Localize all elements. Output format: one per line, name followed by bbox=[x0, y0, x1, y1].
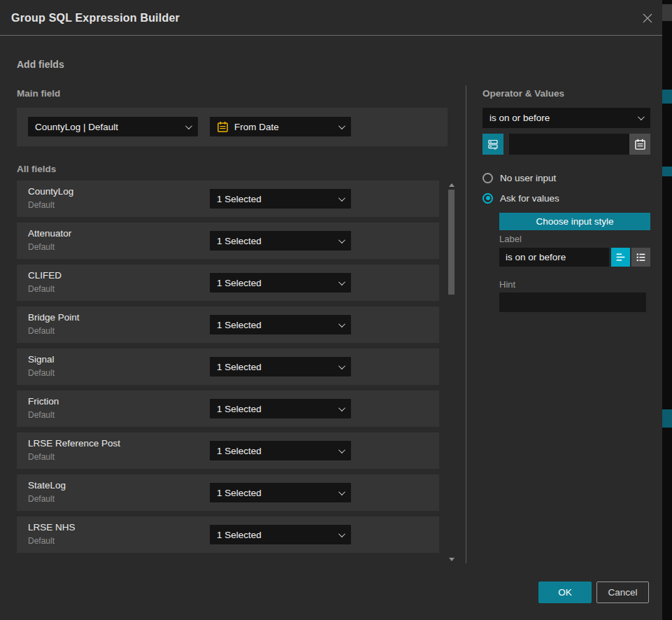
field-name: LRSE NHS bbox=[28, 522, 76, 533]
radio-no-user-input-label: No user input bbox=[500, 173, 556, 183]
field-subtitle: Default bbox=[28, 410, 55, 420]
ok-button[interactable]: OK bbox=[538, 582, 592, 603]
bulleted-list-icon bbox=[635, 251, 647, 263]
close-button[interactable] bbox=[640, 10, 655, 26]
scroll-down-arrow-icon[interactable] bbox=[449, 558, 455, 561]
field-subtitle: Default bbox=[28, 284, 55, 294]
main-field-dropdown[interactable]: From Date bbox=[210, 117, 351, 136]
field-selected-value: 1 Selected bbox=[217, 278, 262, 288]
chevron-down-icon bbox=[338, 404, 345, 411]
hint-input[interactable] bbox=[499, 293, 646, 312]
field-selected-dropdown[interactable]: 1 Selected bbox=[210, 483, 351, 502]
background-fragment bbox=[662, 167, 672, 176]
field-selected-value: 1 Selected bbox=[217, 530, 262, 540]
field-selected-dropdown[interactable]: 1 Selected bbox=[210, 525, 351, 544]
operator-values-heading: Operator & Values bbox=[482, 88, 564, 99]
field-selected-dropdown[interactable]: 1 Selected bbox=[210, 441, 351, 460]
list-scrollbar[interactable] bbox=[448, 181, 455, 564]
label-input[interactable] bbox=[499, 248, 609, 267]
dialog-titlebar: Group SQL Expression Builder bbox=[0, 0, 662, 36]
field-row: LRSE NHS Default 1 Selected bbox=[17, 516, 439, 553]
scrollbar-thumb[interactable] bbox=[448, 190, 455, 295]
background-fragment bbox=[662, 90, 672, 104]
field-name: CLIFED bbox=[28, 270, 62, 281]
main-field-panel: CountyLog | Default From Date bbox=[17, 108, 448, 146]
field-subtitle: Default bbox=[28, 200, 55, 210]
chevron-down-icon bbox=[338, 320, 345, 327]
main-dataset-dropdown-value: CountyLog | Default bbox=[35, 122, 118, 132]
chevron-down-icon bbox=[338, 195, 345, 202]
value-row bbox=[482, 134, 650, 155]
choose-input-style-button[interactable]: Choose input style bbox=[499, 213, 650, 230]
field-selected-value: 1 Selected bbox=[217, 446, 262, 456]
add-fields-heading: Add fields bbox=[17, 59, 64, 70]
field-name: Attenuator bbox=[28, 228, 71, 239]
value-input[interactable] bbox=[509, 134, 629, 155]
operator-dropdown[interactable]: is on or before bbox=[482, 108, 650, 128]
field-selected-dropdown[interactable]: 1 Selected bbox=[210, 231, 351, 251]
align-left-icon bbox=[615, 251, 627, 263]
calendar-icon bbox=[217, 121, 229, 133]
group-sql-expression-builder-dialog: Group SQL Expression Builder Add fields … bbox=[0, 0, 662, 620]
main-field-heading: Main field bbox=[17, 88, 60, 99]
radio-no-user-input[interactable]: No user input bbox=[482, 171, 650, 184]
chevron-down-icon bbox=[338, 446, 345, 453]
field-name: StateLog bbox=[28, 480, 66, 491]
field-row: Bridge Point Default 1 Selected bbox=[17, 307, 439, 343]
chevron-down-icon bbox=[338, 488, 345, 495]
list-style-button[interactable] bbox=[631, 248, 650, 267]
field-row: CountyLog Default 1 Selected bbox=[17, 181, 439, 217]
field-selected-dropdown[interactable]: 1 Selected bbox=[210, 315, 351, 334]
field-selected-value: 1 Selected bbox=[217, 194, 262, 204]
field-name: Signal bbox=[28, 354, 55, 365]
dialog-title: Group SQL Expression Builder bbox=[11, 0, 180, 36]
field-row: Friction Default 1 Selected bbox=[17, 390, 439, 427]
calendar-icon bbox=[634, 139, 646, 150]
field-selected-value: 1 Selected bbox=[217, 362, 262, 372]
radio-unselected-icon bbox=[482, 173, 493, 183]
hint-caption: Hint bbox=[499, 279, 515, 290]
main-field-dropdown-value: From Date bbox=[234, 122, 279, 132]
field-subtitle: Default bbox=[28, 536, 55, 546]
field-subtitle: Default bbox=[28, 368, 55, 378]
field-selected-value: 1 Selected bbox=[217, 320, 262, 330]
field-subtitle: Default bbox=[28, 242, 55, 252]
background-app-strip bbox=[662, 0, 672, 620]
field-subtitle: Default bbox=[28, 326, 55, 336]
value-type-button[interactable] bbox=[482, 134, 503, 155]
radio-ask-for-values-label: Ask for values bbox=[500, 193, 559, 204]
field-name: CountyLog bbox=[28, 186, 73, 197]
cancel-button[interactable]: Cancel bbox=[596, 582, 649, 603]
chevron-down-icon bbox=[338, 122, 345, 129]
field-row: CLIFED Default 1 Selected bbox=[17, 265, 439, 301]
panel-divider bbox=[466, 85, 466, 563]
main-dataset-dropdown[interactable]: CountyLog | Default bbox=[28, 117, 198, 136]
field-selected-dropdown[interactable]: 1 Selected bbox=[210, 399, 351, 418]
chevron-down-icon bbox=[638, 113, 645, 120]
radio-ask-for-values[interactable]: Ask for values bbox=[482, 192, 650, 204]
field-row: StateLog Default 1 Selected bbox=[17, 474, 439, 511]
all-fields-list: CountyLog Default 1 Selected Attenuator … bbox=[17, 181, 439, 558]
chevron-down-icon bbox=[338, 237, 345, 244]
field-selected-value: 1 Selected bbox=[217, 236, 262, 246]
field-subtitle: Default bbox=[28, 452, 55, 462]
field-selected-value: 1 Selected bbox=[217, 488, 262, 498]
chevron-down-icon bbox=[338, 279, 345, 286]
field-row: Signal Default 1 Selected bbox=[17, 348, 439, 385]
field-name: LRSE Reference Post bbox=[28, 438, 120, 449]
field-selected-dropdown[interactable]: 1 Selected bbox=[210, 273, 351, 293]
field-name: Friction bbox=[28, 396, 59, 407]
close-icon bbox=[641, 12, 654, 24]
scroll-up-arrow-icon[interactable] bbox=[449, 183, 455, 187]
field-selected-dropdown[interactable]: 1 Selected bbox=[210, 189, 351, 209]
single-value-style-button[interactable] bbox=[611, 248, 630, 267]
date-picker-button[interactable] bbox=[629, 134, 650, 155]
field-row: LRSE Reference Post Default 1 Selected bbox=[17, 432, 439, 469]
field-selected-dropdown[interactable]: 1 Selected bbox=[210, 357, 351, 376]
field-selected-value: 1 Selected bbox=[217, 404, 262, 414]
chevron-down-icon bbox=[338, 362, 345, 369]
chevron-down-icon bbox=[338, 530, 345, 537]
label-caption: Label bbox=[499, 234, 522, 244]
operator-dropdown-value: is on or before bbox=[489, 113, 550, 123]
field-subtitle: Default bbox=[28, 494, 55, 504]
